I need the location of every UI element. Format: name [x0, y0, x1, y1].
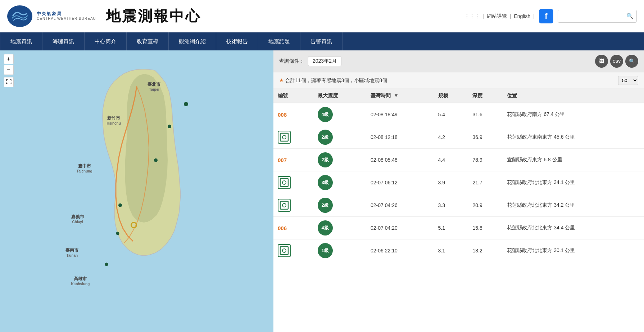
- col-header-magnitude: 最大震度: [313, 89, 366, 103]
- zoom-out-button[interactable]: −: [4, 65, 14, 75]
- zoom-in-button[interactable]: +: [4, 54, 14, 64]
- col-depth: 15.8: [468, 217, 503, 239]
- col-time: 02-08 05:48: [366, 149, 434, 171]
- facebook-icon[interactable]: f: [539, 9, 553, 23]
- col-location: 宜蘭縣政府東方 6.8 公里: [503, 149, 644, 171]
- map-controls: + − ⛶: [4, 54, 14, 87]
- nav-item-地震話題[interactable]: 地震話題: [258, 32, 300, 50]
- csv-export-button[interactable]: CSV: [610, 55, 623, 68]
- col-time: 02-07 04:26: [366, 194, 434, 217]
- col-location: 花蓮縣政府北北東方 34.2 公里: [503, 194, 644, 217]
- eq-id-icon: [278, 199, 291, 212]
- map-svg: [0, 50, 273, 332]
- col-scale: 3.3: [434, 194, 468, 217]
- summary-content: 合計11個，顯著有感地震3個，小區域地震8個: [285, 77, 387, 83]
- table-header-row: 編號 最大震度 臺灣時間 ▼ 規模 深度 位置: [273, 89, 644, 103]
- main-content: + − ⛶ 臺北市Taipei 新竹市Hsinchu 臺中市Taichung 嘉…: [0, 50, 644, 332]
- header: 中央氣象局 CENTRAL WEATHER BUREAU 地震測報中心 ⋮⋮⋮ …: [0, 0, 644, 32]
- search-button[interactable]: 🔍: [623, 10, 637, 22]
- col-depth: 31.6: [468, 103, 503, 126]
- eq-id-icon: [278, 131, 291, 144]
- nav-item-教育宣導[interactable]: 教育宣導: [127, 32, 169, 50]
- nav-item-技術報告[interactable]: 技術報告: [216, 32, 258, 50]
- search-query-button[interactable]: 🔍: [625, 55, 638, 68]
- col-time: 02-08 18:49: [366, 103, 434, 126]
- header-right: ⋮⋮⋮ | 網站導覽 | English | f 🔍: [464, 9, 637, 23]
- col-depth: 18.2: [468, 239, 503, 262]
- col-header-time[interactable]: 臺灣時間 ▼: [366, 89, 434, 103]
- col-location: 花蓮縣政府東南東方 45.6 公里: [503, 126, 644, 149]
- nav-item-告警資訊[interactable]: 告警資訊: [300, 32, 343, 50]
- logo-area: 中央氣象局 CENTRAL WEATHER BUREAU 地震測報中心: [7, 5, 201, 27]
- magnitude-badge: 1級: [318, 243, 333, 258]
- magnitude-badge: 3級: [318, 175, 333, 190]
- magnitude-badge: 2級: [318, 130, 333, 145]
- search-box: 🔍: [558, 10, 637, 23]
- col-header-location: 位置: [503, 89, 644, 103]
- summary-text: ★合計11個，顯著有感地震3個，小區域地震8個: [279, 77, 387, 84]
- svg-rect-2: [280, 133, 288, 141]
- logo-zh: 中央氣象局: [37, 11, 96, 16]
- header-links: ⋮⋮⋮ | 網站導覽 | English |: [464, 13, 535, 19]
- col-scale: 5.1: [434, 217, 468, 239]
- logo-icon: [7, 5, 32, 27]
- col-location: 花蓮縣政府北北東方 30.1 公里: [503, 239, 644, 262]
- eq-id-icon: [278, 244, 291, 257]
- table-row[interactable]: 1級02-06 22:103.118.2花蓮縣政府北北東方 30.1 公里: [273, 239, 644, 262]
- svg-rect-6: [280, 201, 288, 209]
- svg-point-7: [282, 203, 286, 207]
- col-depth: 20.9: [468, 194, 503, 217]
- site-title: 地震測報中心: [106, 6, 201, 26]
- nav-item-海嘯資訊[interactable]: 海嘯資訊: [42, 32, 85, 50]
- search-input[interactable]: [558, 11, 623, 21]
- query-actions: 🖼 CSV 🔍: [595, 55, 638, 68]
- table-row[interactable]: 0084級02-08 18:495.431.6花蓮縣政府南方 67.4 公里: [273, 103, 644, 126]
- table-row[interactable]: 2級02-08 12:184.236.9花蓮縣政府東南東方 45.6 公里: [273, 126, 644, 149]
- eq-id: 007: [278, 157, 287, 163]
- eq-id: 006: [278, 225, 287, 231]
- col-header-depth: 深度: [468, 89, 503, 103]
- nav-item-地震資訊[interactable]: 地震資訊: [0, 32, 42, 50]
- site-guide-link[interactable]: 網站導覽: [487, 13, 507, 19]
- eq-id-icon: [278, 176, 291, 189]
- query-label: 查詢條件：: [279, 58, 304, 64]
- col-scale: 4.2: [434, 126, 468, 149]
- col-depth: 36.9: [468, 126, 503, 149]
- summary-bar: ★合計11個，顯著有感地震3個，小區域地震8個 50 100: [273, 72, 644, 89]
- fullscreen-button[interactable]: ⛶: [4, 77, 14, 87]
- query-value[interactable]: 2023年2月: [308, 56, 341, 66]
- col-time: 02-06 22:10: [366, 239, 434, 262]
- logo-text: 中央氣象局 CENTRAL WEATHER BUREAU: [37, 11, 96, 21]
- svg-point-5: [282, 181, 286, 184]
- svg-point-3: [282, 135, 286, 139]
- col-depth: 21.7: [468, 171, 503, 194]
- summary-star: ★: [279, 77, 284, 83]
- table-row[interactable]: 3級02-07 06:123.921.7花蓮縣政府北北東方 34.1 公里: [273, 171, 644, 194]
- right-panel: 查詢條件： 2023年2月 🖼 CSV 🔍 ★合計11個，顯著有感地震3個，小區…: [273, 50, 644, 332]
- table-row[interactable]: 0072級02-08 05:484.478.9宜蘭縣政府東方 6.8 公里: [273, 149, 644, 171]
- image-export-button[interactable]: 🖼: [595, 55, 608, 68]
- logo-en: CENTRAL WEATHER BUREAU: [37, 17, 96, 21]
- table-row[interactable]: 2級02-07 04:263.320.9花蓮縣政府北北東方 34.2 公里: [273, 194, 644, 217]
- eq-id: 008: [278, 112, 287, 118]
- table-row[interactable]: 0064級02-07 04:205.115.8花蓮縣政府北北東方 34.4 公里: [273, 217, 644, 239]
- nav-item-觀測網介紹[interactable]: 觀測網介紹: [169, 32, 216, 50]
- col-location: 花蓮縣政府北北東方 34.4 公里: [503, 217, 644, 239]
- magnitude-badge: 2級: [318, 152, 333, 167]
- svg-rect-4: [280, 179, 288, 187]
- svg-point-9: [282, 249, 286, 252]
- col-time: 02-07 06:12: [366, 171, 434, 194]
- query-bar: 查詢條件： 2023年2月 🖼 CSV 🔍: [273, 50, 644, 72]
- grid-icon[interactable]: ⋮⋮⋮: [464, 13, 480, 19]
- col-scale: 3.9: [434, 171, 468, 194]
- col-scale: 3.1: [434, 239, 468, 262]
- per-page-select[interactable]: 50 100: [618, 76, 638, 85]
- magnitude-badge: 4級: [318, 220, 333, 235]
- lang-switch[interactable]: English: [514, 13, 530, 19]
- map-container: + − ⛶ 臺北市Taipei 新竹市Hsinchu 臺中市Taichung 嘉…: [0, 50, 273, 332]
- col-location: 花蓮縣政府南方 67.4 公里: [503, 103, 644, 126]
- magnitude-badge: 4級: [318, 107, 333, 122]
- earthquake-table: 編號 最大震度 臺灣時間 ▼ 規模 深度 位置 0084級02-08 18:49…: [273, 89, 644, 262]
- col-header-id: 編號: [273, 89, 313, 103]
- nav-item-中心簡介[interactable]: 中心簡介: [85, 32, 127, 50]
